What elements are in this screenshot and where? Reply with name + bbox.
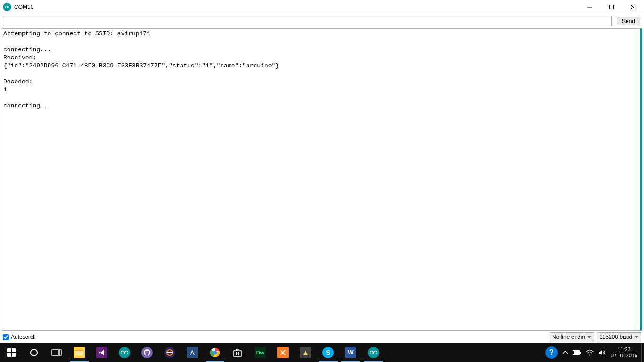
task-view-button[interactable] bbox=[45, 343, 68, 362]
svg-rect-9 bbox=[52, 350, 58, 355]
svg-point-14 bbox=[125, 351, 128, 354]
line-ending-select[interactable]: No line ending bbox=[550, 332, 594, 342]
svg-rect-6 bbox=[7, 353, 11, 357]
autoscroll-checkbox-wrap[interactable]: Autoscroll bbox=[3, 334, 36, 340]
close-icon bbox=[631, 5, 636, 9]
taskbar: Dw S W ? bbox=[0, 343, 644, 362]
input-row: Send bbox=[0, 14, 644, 28]
chrome-icon bbox=[210, 347, 220, 358]
title-bar: COM10 bbox=[0, 0, 644, 14]
minimize-icon bbox=[587, 5, 592, 9]
svg-point-20 bbox=[214, 351, 216, 354]
battery-tray[interactable] bbox=[570, 343, 584, 362]
eclipse-taskbar[interactable] bbox=[158, 343, 181, 362]
cortana-button[interactable] bbox=[23, 343, 45, 362]
battery-icon bbox=[573, 350, 581, 355]
word-icon: W bbox=[345, 347, 356, 358]
visual-studio-icon bbox=[96, 347, 107, 358]
svg-rect-21 bbox=[234, 351, 241, 356]
svg-rect-5 bbox=[12, 348, 16, 352]
arduino-icon bbox=[119, 347, 130, 358]
wifi-tray[interactable] bbox=[584, 343, 596, 362]
skype-taskbar[interactable]: S bbox=[317, 343, 339, 362]
file-explorer-taskbar[interactable] bbox=[68, 343, 91, 362]
svg-rect-10 bbox=[59, 350, 61, 355]
clock-time: 11:23 bbox=[618, 346, 631, 353]
svg-point-13 bbox=[121, 351, 124, 354]
clock-date: 07-01-2016 bbox=[611, 353, 637, 359]
baud-select[interactable]: 115200 baud bbox=[597, 332, 641, 342]
svg-rect-1 bbox=[610, 5, 614, 9]
svg-rect-25 bbox=[238, 354, 239, 355]
game-icon bbox=[300, 347, 311, 358]
serial-input[interactable] bbox=[3, 16, 612, 26]
chrome-taskbar[interactable] bbox=[204, 343, 226, 362]
windows-icon bbox=[7, 348, 16, 357]
dreamweaver-taskbar[interactable]: Dw bbox=[249, 343, 272, 362]
task-view-icon bbox=[51, 349, 62, 356]
line-ending-select-wrap[interactable]: No line ending bbox=[550, 332, 594, 342]
svg-rect-22 bbox=[236, 352, 237, 354]
wifi-icon bbox=[586, 349, 594, 356]
eclipse-icon bbox=[164, 347, 175, 358]
store-taskbar[interactable] bbox=[226, 343, 249, 362]
baud-select-wrap[interactable]: 115200 baud bbox=[597, 332, 641, 342]
svg-rect-4 bbox=[7, 348, 11, 352]
app-taskbar-1[interactable] bbox=[181, 343, 204, 362]
svg-point-27 bbox=[374, 351, 377, 354]
game-taskbar[interactable] bbox=[294, 343, 317, 362]
arduino-icon bbox=[3, 3, 11, 11]
show-desktop-button[interactable] bbox=[641, 343, 644, 362]
help-icon: ? bbox=[545, 346, 558, 359]
system-tray: ? 11:23 07-01-2016 bbox=[543, 343, 644, 362]
svg-point-26 bbox=[370, 351, 373, 354]
svg-point-8 bbox=[31, 349, 37, 356]
svg-point-31 bbox=[589, 355, 590, 356]
svg-rect-24 bbox=[236, 354, 237, 355]
output-scrollbar[interactable] bbox=[640, 29, 642, 330]
github-taskbar[interactable] bbox=[136, 343, 158, 362]
generic-app-icon bbox=[187, 347, 198, 358]
xampp-taskbar[interactable] bbox=[272, 343, 294, 362]
minimize-button[interactable] bbox=[579, 0, 601, 14]
chevron-up-icon bbox=[562, 350, 568, 355]
visual-studio-taskbar[interactable] bbox=[91, 343, 113, 362]
volume-tray[interactable] bbox=[596, 343, 608, 362]
svg-rect-30 bbox=[574, 351, 579, 354]
autoscroll-checkbox[interactable] bbox=[3, 334, 9, 340]
maximize-button[interactable] bbox=[601, 0, 622, 14]
taskbar-clock[interactable]: 11:23 07-01-2016 bbox=[608, 343, 641, 362]
start-button[interactable] bbox=[0, 343, 23, 362]
svg-rect-29 bbox=[580, 352, 581, 354]
skype-icon: S bbox=[322, 347, 334, 358]
xampp-icon bbox=[277, 347, 289, 358]
options-row: Autoscroll No line ending 115200 baud bbox=[0, 331, 644, 343]
svg-rect-16 bbox=[167, 352, 173, 353]
svg-rect-12 bbox=[75, 350, 83, 351]
send-button[interactable]: Send bbox=[616, 16, 641, 26]
word-taskbar[interactable]: W bbox=[339, 343, 362, 362]
arduino-taskbar[interactable] bbox=[113, 343, 136, 362]
help-tray[interactable]: ? bbox=[543, 343, 560, 362]
maximize-icon bbox=[609, 5, 614, 9]
cortana-icon bbox=[29, 348, 39, 357]
close-button[interactable] bbox=[622, 0, 644, 14]
svg-rect-7 bbox=[12, 353, 16, 357]
arduino-ide-icon bbox=[368, 347, 379, 358]
github-icon bbox=[141, 347, 153, 358]
tray-chevron[interactable] bbox=[560, 343, 570, 362]
arduino-ide-taskbar[interactable] bbox=[362, 343, 385, 362]
dreamweaver-icon: Dw bbox=[255, 347, 266, 358]
svg-rect-23 bbox=[238, 352, 239, 354]
autoscroll-label: Autoscroll bbox=[11, 334, 36, 340]
file-explorer-icon bbox=[74, 347, 85, 358]
volume-icon bbox=[598, 349, 606, 356]
serial-output-area: Attempting to connect to SSID: avirup171… bbox=[2, 28, 642, 331]
window-title: COM10 bbox=[14, 4, 33, 10]
store-icon bbox=[233, 348, 242, 357]
serial-output-text: Attempting to connect to SSID: avirup171… bbox=[2, 29, 642, 111]
